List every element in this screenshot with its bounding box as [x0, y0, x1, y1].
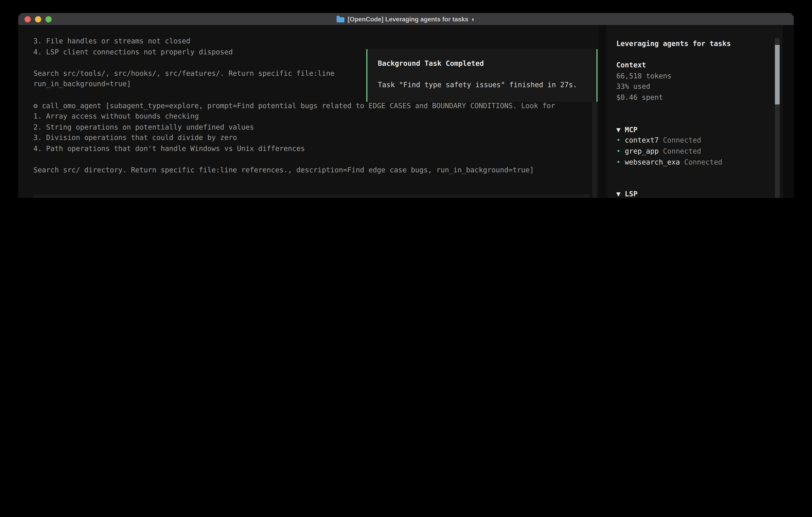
sidebar-right-edge — [783, 25, 794, 198]
output-line: 3. File handles or streams not closed — [33, 35, 599, 46]
mcp-name — [620, 147, 625, 155]
zoom-button[interactable] — [46, 16, 52, 22]
sidebar-scrollbar-thumb[interactable] — [775, 45, 780, 105]
mcp-item: • context7 Connected — [616, 135, 783, 146]
sidebar: Leveraging agents for tasks Context 66,5… — [606, 25, 783, 198]
context-spent: $0.46 spent — [616, 92, 783, 103]
output-line: Search src/ directory. Return specific f… — [33, 165, 599, 175]
screen: [OpenCode] Leveraging agents for tasks ◐… — [0, 0, 812, 198]
context-tokens: 66,518 tokens — [616, 71, 783, 81]
mcp-name — [620, 136, 625, 144]
oracle-task-panel: ◉ Oracle Task "Deep architecture review"… — [33, 194, 590, 198]
mcp-name: context7 — [625, 136, 659, 144]
close-button[interactable] — [25, 16, 31, 22]
context-used: 33% used — [616, 81, 783, 92]
toast-title: Background Task Completed — [378, 58, 597, 69]
sidebar-scrollbar[interactable] — [775, 38, 780, 198]
mcp-name: grep_app — [625, 147, 659, 155]
output-line: 2. String operations on potentially unde… — [33, 121, 599, 132]
traffic-lights — [25, 16, 52, 22]
mcp-section-header[interactable]: ▼ MCP — [616, 124, 783, 135]
mcp-item: • grep_app Connected — [616, 146, 783, 157]
mcp-item: • websearch_exa Connected — [616, 156, 783, 167]
pane-divider — [599, 25, 606, 198]
status-dot-icon: • — [616, 147, 620, 155]
toast-body: Task "Find type safety issues" finished … — [378, 79, 597, 90]
session-title: Leveraging agents for tasks — [616, 38, 783, 49]
title-bar — [18, 13, 793, 25]
output-line: 1. Array access without bounds checking — [33, 111, 599, 121]
mcp-status: Connected — [680, 158, 722, 166]
background-task-toast: Background Task Completed Task "Find typ… — [366, 49, 598, 102]
mcp-status: Connected — [659, 147, 701, 155]
minimize-button[interactable] — [35, 16, 41, 22]
mcp-status: Connected — [659, 136, 701, 144]
context-header: Context — [616, 60, 783, 71]
terminal-window: [OpenCode] Leveraging agents for tasks ◐… — [18, 13, 793, 198]
output-line: 3. Division operations that could divide… — [33, 132, 599, 143]
gear-icon: ⚙ — [33, 101, 37, 110]
mcp-name — [620, 158, 625, 166]
status-dot-icon: • — [616, 136, 620, 144]
mcp-name: websearch_exa — [625, 158, 680, 166]
tool-call-text: call_omo_agent [subagent_type=explore, p… — [37, 101, 555, 110]
status-dot-icon: • — [616, 158, 620, 166]
output-line: 4. Path operations that don't handle Win… — [33, 143, 599, 154]
lsp-section-header[interactable]: ▼ LSP — [616, 189, 783, 198]
